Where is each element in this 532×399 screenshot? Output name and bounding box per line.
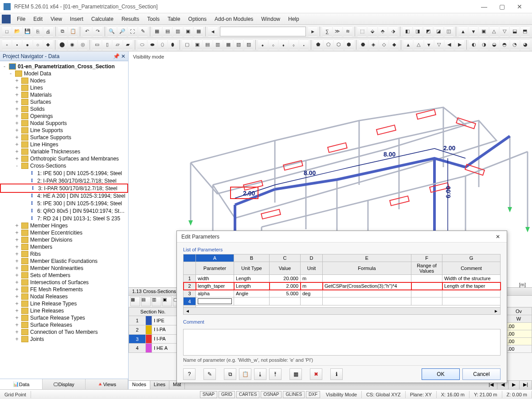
- dlg-export-icon[interactable]: ⭳: [254, 368, 266, 380]
- tb2-21[interactable]: ▦: [223, 39, 233, 50]
- tb-res1[interactable]: ◧: [403, 26, 412, 37]
- tb-a2[interactable]: ▼: [469, 26, 478, 37]
- tb-mod3[interactable]: ⬘: [378, 26, 387, 37]
- tree-cross-sections[interactable]: Cross-Sections: [30, 163, 66, 169]
- tree-item[interactable]: +Nodal Releases: [0, 293, 128, 300]
- tb2-16[interactable]: ⬮: [168, 39, 177, 50]
- tree-item[interactable]: +FE Mesh Refinements: [0, 286, 128, 293]
- ok-button[interactable]: OK: [422, 368, 460, 380]
- tb2-23[interactable]: ▨: [244, 39, 253, 50]
- tb2-22[interactable]: ▧: [234, 39, 243, 50]
- menu-addon[interactable]: Add-on Modules: [211, 14, 257, 24]
- tb2-11[interactable]: ▱: [113, 39, 122, 50]
- status-cartes[interactable]: CARTES: [236, 391, 259, 398]
- tb-a4[interactable]: △: [489, 26, 499, 37]
- tb-a5[interactable]: ▽: [500, 26, 509, 37]
- tb2-38[interactable]: △: [414, 39, 423, 50]
- menu-options[interactable]: Options: [185, 14, 210, 24]
- dlg-calc-icon[interactable]: ▦: [289, 368, 302, 380]
- menu-window[interactable]: Window: [258, 14, 284, 24]
- tb2-30[interactable]: ⬠: [324, 39, 333, 50]
- tb2-26[interactable]: ⬧: [279, 39, 288, 50]
- tree-item[interactable]: +Member Nonlinearities: [0, 265, 128, 272]
- tree-model-data[interactable]: Model Data: [24, 70, 51, 77]
- tree-item[interactable]: +Variable Thicknesses: [0, 148, 128, 155]
- tb-saveall[interactable]: ⎘: [33, 26, 43, 37]
- tb-mod4[interactable]: ⬗: [388, 26, 398, 37]
- tree-cross-section-item[interactable]: I1: IPE 500 | DIN 1025-5:1994; Steel: [0, 169, 128, 177]
- param-row[interactable]: 2length_taperLength2.000mGetCSPar(CrossS…: [184, 282, 501, 290]
- tb2-48[interactable]: ◕: [520, 39, 530, 50]
- dialog-close-icon[interactable]: ✕: [493, 232, 502, 241]
- tb2-13[interactable]: ⬭: [137, 39, 147, 50]
- tree-item[interactable]: +Nodal Supports: [0, 120, 128, 127]
- tb-zoom[interactable]: 🔎: [117, 26, 127, 37]
- tree-item[interactable]: +Surfaces: [0, 98, 128, 106]
- tb-grid[interactable]: ▦: [153, 26, 162, 37]
- dlg-copy-icon[interactable]: ⧉: [224, 368, 236, 380]
- tb2-18[interactable]: ▣: [192, 39, 202, 50]
- cs-tb-3[interactable]: ▥: [152, 297, 161, 306]
- tb-save[interactable]: 💾: [23, 26, 32, 37]
- dlg-paste-icon[interactable]: 📋: [239, 368, 251, 380]
- tree-root[interactable]: 01-en_Parametrization_Cross_Section: [18, 63, 115, 70]
- status-osnap[interactable]: OSNAP: [261, 391, 282, 398]
- tb2-24[interactable]: ⬥: [258, 39, 267, 50]
- tb-zoomfit[interactable]: ⛶: [128, 26, 137, 37]
- tb2-5[interactable]: ◆: [43, 39, 53, 50]
- tb-a1[interactable]: ▲: [458, 26, 468, 37]
- tb2-10[interactable]: ▯: [102, 39, 112, 50]
- tree-item[interactable]: +Surface Releases: [0, 321, 128, 329]
- menu-edit[interactable]: Edit: [30, 14, 46, 24]
- tree-item[interactable]: +Line Releases: [0, 307, 128, 314]
- tree-item[interactable]: +Nodes: [0, 77, 128, 84]
- tb2-32[interactable]: ⬢: [344, 39, 354, 50]
- menu-calculate[interactable]: Calculate: [88, 14, 117, 24]
- tb-open[interactable]: 📂: [12, 26, 22, 37]
- tb-arrowleft[interactable]: ◄: [208, 26, 217, 37]
- app-menu-icon[interactable]: [2, 15, 11, 23]
- param-row[interactable]: 1widthLength20.000mWidth of the structur…: [184, 275, 501, 282]
- tb2-33[interactable]: ⬣: [359, 39, 368, 50]
- nav-pin-icon[interactable]: 📌: [113, 53, 120, 59]
- tb2-12[interactable]: ▰: [123, 39, 133, 50]
- tree-item[interactable]: +Line Hinges: [0, 141, 128, 148]
- status-dxf[interactable]: DXF: [306, 391, 320, 398]
- nav-tab-display[interactable]: 🖵 Display: [43, 379, 85, 389]
- tb-arrowright[interactable]: ►: [308, 26, 317, 37]
- close-button[interactable]: ✕: [511, 0, 528, 13]
- tree-item[interactable]: +Member Elastic Foundations: [0, 258, 128, 265]
- tb-calc3[interactable]: ≋: [343, 26, 352, 37]
- tb2-41[interactable]: ◀: [445, 39, 454, 50]
- maximize-button[interactable]: ▢: [493, 0, 511, 13]
- tb2-17[interactable]: ▢: [182, 39, 192, 50]
- tb-copy[interactable]: ⧉: [58, 26, 67, 37]
- tb2-19[interactable]: ▤: [203, 39, 212, 50]
- status-snap[interactable]: SNAP: [200, 391, 217, 398]
- tb-layout4[interactable]: ▦: [194, 26, 203, 37]
- tb2-42[interactable]: ▶: [455, 39, 464, 50]
- menu-insert[interactable]: Insert: [66, 14, 87, 24]
- cancel-button[interactable]: Cancel: [462, 368, 501, 380]
- tree-item[interactable]: +Surface Supports: [0, 134, 128, 141]
- tb2-9[interactable]: ▭: [92, 39, 102, 50]
- tb-pick[interactable]: ✎: [138, 26, 148, 37]
- dlg-delete-icon[interactable]: ✖: [310, 368, 322, 380]
- dlg-help-icon[interactable]: ?: [183, 368, 196, 380]
- tb2-1[interactable]: ▫: [2, 39, 12, 50]
- tree-item[interactable]: +Connection of Two Members: [0, 329, 128, 336]
- cs-tb-4[interactable]: ▣: [162, 297, 172, 306]
- tb-layout3[interactable]: ▣: [184, 26, 193, 37]
- tb2-29[interactable]: ⬟: [313, 39, 323, 50]
- tb2-36[interactable]: ◆: [389, 39, 399, 50]
- tb2-43[interactable]: ◐: [469, 39, 478, 50]
- tree-item[interactable]: +Ribs: [0, 250, 128, 258]
- tree-item[interactable]: +Intersections of Surfaces: [0, 279, 128, 286]
- parameter-grid[interactable]: A B C D E F G Parameter Unit Type Value …: [183, 254, 501, 308]
- tree-item[interactable]: +Member Hinges: [0, 222, 128, 229]
- menu-tools[interactable]: Tools: [144, 14, 163, 24]
- tb2-15[interactable]: ⬯: [158, 39, 167, 50]
- tb2-45[interactable]: ◒: [489, 39, 499, 50]
- menu-results[interactable]: Results: [118, 14, 143, 24]
- tree-item[interactable]: +Solids: [0, 106, 128, 113]
